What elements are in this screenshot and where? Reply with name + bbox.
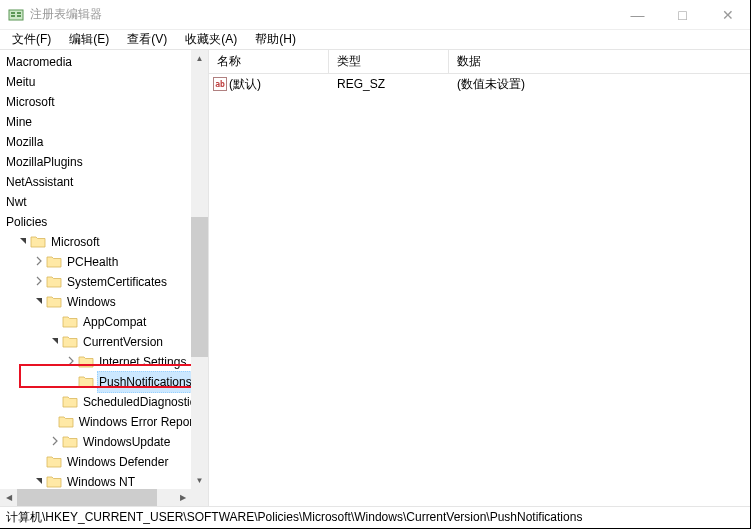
tree-item-label: Microsoft [4,92,57,112]
folder-icon [46,474,62,490]
scroll-thumb[interactable] [17,489,157,506]
folder-icon [46,294,62,310]
chevron-right-icon[interactable] [48,436,62,446]
tree-item[interactable]: AppCompat [0,312,208,332]
folder-icon [78,374,94,390]
column-name[interactable]: 名称 [209,50,329,73]
tree-item[interactable]: Internet Settings [0,352,208,372]
menu-file[interactable]: 文件(F) [4,29,59,50]
tree-item-label: Nwt [4,192,29,212]
scroll-track[interactable] [17,489,174,506]
titlebar: 注册表编辑器 — □ ✕ [0,0,750,30]
folder-icon [62,314,78,330]
folder-icon [62,394,78,410]
tree-item-label: Mine [4,112,34,132]
value-list[interactable]: ab(默认)REG_SZ(数值未设置) [209,74,750,506]
tree-item-label: PushNotifications [97,371,194,393]
chevron-down-icon[interactable] [48,336,62,346]
tree-item-label: Mozilla [4,132,45,152]
tree-item-label: Policies [4,212,49,232]
scroll-thumb[interactable] [191,217,208,357]
tree-item-label: Macromedia [4,52,74,72]
tree-item[interactable]: Meitu [0,72,208,92]
tree-item[interactable]: Nwt [0,192,208,212]
tree-item[interactable]: Macromedia [0,52,208,72]
menubar: 文件(F) 编辑(E) 查看(V) 收藏夹(A) 帮助(H) [0,30,750,50]
close-button[interactable]: ✕ [705,0,750,29]
value-row[interactable]: ab(默认)REG_SZ(数值未设置) [209,74,750,94]
list-header: 名称 类型 数据 [209,50,750,74]
column-type[interactable]: 类型 [329,50,449,73]
value-name: (默认) [229,76,261,93]
folder-icon [62,334,78,350]
tree-item[interactable]: CurrentVersion [0,332,208,352]
scroll-corner [191,489,208,506]
minimize-button[interactable]: — [615,0,660,29]
menu-favorites[interactable]: 收藏夹(A) [177,29,245,50]
value-data: (数值未设置) [449,76,750,93]
svg-rect-1 [11,12,15,14]
folder-icon [78,354,94,370]
regedit-icon [8,7,24,23]
window-title: 注册表编辑器 [30,6,615,23]
tree-item[interactable]: Windows Error Reportin [0,412,208,432]
scroll-track[interactable] [191,67,208,472]
chevron-right-icon[interactable] [32,256,46,266]
scroll-up-button[interactable]: ▲ [191,50,208,67]
scroll-left-button[interactable]: ◀ [0,489,17,506]
tree-item[interactable]: MozillaPlugins [0,152,208,172]
tree-horizontal-scrollbar[interactable]: ◀ ▶ [0,489,191,506]
chevron-down-icon[interactable] [32,476,46,486]
tree-item-label: CurrentVersion [81,332,165,352]
svg-rect-2 [11,15,15,17]
tree-item[interactable]: Windows [0,292,208,312]
tree-item-label: MozillaPlugins [4,152,85,172]
list-pane: 名称 类型 数据 ab(默认)REG_SZ(数值未设置) [209,50,750,506]
maximize-button[interactable]: □ [660,0,705,29]
window-buttons: — □ ✕ [615,0,750,29]
chevron-down-icon[interactable] [16,236,30,246]
tree-item-label: Windows Error Reportin [77,412,208,432]
tree-item[interactable]: NetAssistant [0,172,208,192]
tree-item-label: PCHealth [65,252,120,272]
tree-item-label: Windows Defender [65,452,170,472]
tree-item-label: Internet Settings [97,352,188,372]
chevron-right-icon[interactable] [32,276,46,286]
tree-item-label: Microsoft [49,232,102,252]
tree-item-label: NetAssistant [4,172,75,192]
tree-item-label: AppCompat [81,312,148,332]
folder-icon [46,254,62,270]
tree-item[interactable]: Mine [0,112,208,132]
tree-item[interactable]: Microsoft [0,232,208,252]
tree-item-label: SystemCertificates [65,272,169,292]
folder-icon [46,274,62,290]
tree-item[interactable]: Microsoft [0,92,208,112]
tree-item-label: Meitu [4,72,37,92]
scroll-down-button[interactable]: ▼ [191,472,208,489]
statusbar: 计算机\HKEY_CURRENT_USER\SOFTWARE\Policies\… [0,506,750,528]
column-data[interactable]: 数据 [449,50,750,73]
folder-icon [30,234,46,250]
tree-item-label: Windows [65,292,118,312]
menu-edit[interactable]: 编辑(E) [61,29,117,50]
tree-item-label: WindowsUpdate [81,432,172,452]
tree-item-label: ScheduledDiagnostics [81,392,204,412]
tree-vertical-scrollbar[interactable]: ▲ ▼ [191,50,208,489]
tree-item[interactable]: ScheduledDiagnostics [0,392,208,412]
menu-help[interactable]: 帮助(H) [247,29,304,50]
scroll-right-button[interactable]: ▶ [174,489,191,506]
registry-tree[interactable]: MacromediaMeituMicrosoftMineMozillaMozil… [0,50,208,494]
tree-item[interactable]: PCHealth [0,252,208,272]
folder-icon [58,414,74,430]
svg-rect-4 [17,15,21,17]
chevron-right-icon[interactable] [64,356,78,366]
tree-pane: MacromediaMeituMicrosoftMineMozillaMozil… [0,50,209,506]
tree-item[interactable]: PushNotifications [0,372,208,392]
tree-item[interactable]: Mozilla [0,132,208,152]
tree-item[interactable]: WindowsUpdate [0,432,208,452]
chevron-down-icon[interactable] [32,296,46,306]
tree-item[interactable]: Windows Defender [0,452,208,472]
tree-item[interactable]: Policies [0,212,208,232]
menu-view[interactable]: 查看(V) [119,29,175,50]
tree-item[interactable]: SystemCertificates [0,272,208,292]
